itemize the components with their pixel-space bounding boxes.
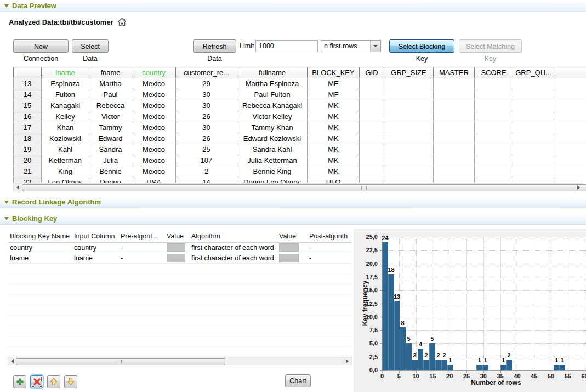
data-cell[interactable]: [554, 89, 586, 100]
data-cell[interactable]: [434, 155, 475, 166]
data-cell[interactable]: [384, 177, 434, 183]
data-cell[interactable]: Khan: [42, 122, 89, 133]
data-cell[interactable]: [434, 177, 475, 183]
data-cell[interactable]: Victor: [89, 111, 132, 122]
row-number-cell[interactable]: 18: [14, 133, 42, 144]
data-cell[interactable]: [384, 133, 434, 144]
data-cell[interactable]: Espinoza: [42, 78, 89, 89]
data-cell[interactable]: [513, 78, 554, 89]
data-cell[interactable]: [554, 177, 586, 183]
blocking-key-name-cell[interactable]: country: [8, 242, 72, 253]
chart-button[interactable]: Chart: [285, 374, 311, 387]
data-cell[interactable]: [360, 100, 384, 111]
blocking-key-row[interactable]: lnamelname-first character of each word-: [8, 253, 352, 263]
data-cell[interactable]: [513, 166, 554, 177]
scroll-left-button[interactable]: [14, 184, 22, 191]
bk-column-header-algorithm[interactable]: Algorithm: [189, 230, 277, 242]
row-number-cell[interactable]: 20: [14, 155, 42, 166]
home-icon[interactable]: [117, 18, 127, 26]
data-cell[interactable]: [475, 111, 513, 122]
data-cell[interactable]: King: [42, 166, 89, 177]
data-cell[interactable]: 29: [176, 78, 237, 89]
table-row[interactable]: 15KanagakiRebeccaMexico30Rebecca Kanagak…: [14, 100, 586, 111]
data-cell[interactable]: [475, 89, 513, 100]
post-algorithm-cell[interactable]: -: [307, 242, 352, 253]
data-cell[interactable]: Paul Fulton: [237, 89, 308, 100]
data-cell[interactable]: 30: [176, 100, 237, 111]
blocking-key-row[interactable]: countrycountry-first character of each w…: [8, 242, 352, 253]
move-down-button[interactable]: [64, 375, 77, 388]
scroll-thumb[interactable]: [16, 358, 225, 365]
pre-value-cell[interactable]: [164, 242, 189, 253]
table-row[interactable]: 18KozlowskiEdwardMexico26Edward Kozlowsk…: [14, 133, 586, 144]
data-cell[interactable]: USA: [132, 177, 176, 183]
column-header-customer_re...[interactable]: customer_re...: [176, 67, 237, 78]
data-cell[interactable]: Julia: [89, 155, 132, 166]
data-cell[interactable]: Mexico: [132, 133, 176, 144]
data-cell[interactable]: 26: [176, 111, 237, 122]
data-cell[interactable]: ME: [308, 78, 360, 89]
table-row[interactable]: 21KingBennieMexico2Bennie KingMK: [14, 166, 586, 177]
data-cell[interactable]: Ketterman: [42, 155, 89, 166]
data-cell[interactable]: Mexico: [132, 89, 176, 100]
section-data-preview[interactable]: Data Preview: [0, 0, 586, 12]
data-cell[interactable]: [475, 122, 513, 133]
table-row[interactable]: 20KettermanJuliaMexico107Julia Ketterman…: [14, 155, 586, 166]
data-cell[interactable]: Mexico: [132, 78, 176, 89]
data-cell[interactable]: [384, 144, 434, 155]
data-cell[interactable]: [360, 111, 384, 122]
data-cell[interactable]: Sandra Kahl: [237, 144, 308, 155]
algorithm-value-cell[interactable]: [277, 253, 307, 263]
hscrollbar-data-table[interactable]: [13, 183, 583, 191]
select-matching-key-button[interactable]: Select Matching Key: [459, 39, 522, 53]
pre-algorithm-cell[interactable]: -: [118, 253, 164, 263]
data-cell[interactable]: [360, 155, 384, 166]
rows-mode-dropdown-button[interactable]: [370, 41, 380, 52]
data-cell[interactable]: [384, 122, 434, 133]
data-cell[interactable]: [434, 89, 475, 100]
data-cell[interactable]: 26: [176, 133, 237, 144]
data-cell[interactable]: [434, 166, 475, 177]
column-header-SCORE[interactable]: SCORE: [475, 67, 513, 78]
data-cell[interactable]: Mexico: [132, 144, 176, 155]
column-header-GID[interactable]: GID: [360, 67, 384, 78]
input-column-cell[interactable]: country: [72, 242, 118, 253]
data-cell[interactable]: [513, 133, 554, 144]
data-cell[interactable]: [513, 122, 554, 133]
section-blocking-key[interactable]: Blocking Key: [0, 213, 586, 225]
data-cell[interactable]: [513, 144, 554, 155]
select-data-button[interactable]: Select Data: [72, 39, 109, 53]
data-cell[interactable]: [554, 133, 586, 144]
row-number-cell[interactable]: 16: [14, 111, 42, 122]
column-header-fullname[interactable]: fullname: [237, 67, 308, 78]
data-cell[interactable]: [434, 100, 475, 111]
column-header-blank[interactable]: [554, 67, 586, 78]
data-cell[interactable]: [475, 177, 513, 183]
data-cell[interactable]: [475, 133, 513, 144]
data-cell[interactable]: [434, 144, 475, 155]
data-cell[interactable]: [384, 155, 434, 166]
data-cell[interactable]: [554, 111, 586, 122]
rows-mode-combo[interactable]: n first rows: [321, 40, 381, 52]
data-cell[interactable]: Victor Kelley: [237, 111, 308, 122]
row-number-cell[interactable]: 13: [14, 78, 42, 89]
data-cell[interactable]: [475, 166, 513, 177]
data-cell[interactable]: [384, 166, 434, 177]
column-header-fname[interactable]: fname: [89, 67, 132, 78]
data-cell[interactable]: [434, 78, 475, 89]
scroll-right-button[interactable]: [343, 357, 351, 365]
data-cell[interactable]: 107: [176, 155, 237, 166]
table-row[interactable]: 13EspinozaMarthaMexico29Martha EspinozaM…: [14, 78, 586, 89]
table-row[interactable]: 16KelleyVictorMexico26Victor KelleyMK: [14, 111, 586, 122]
data-cell[interactable]: [384, 78, 434, 89]
data-cell[interactable]: Mexico: [132, 122, 176, 133]
data-cell[interactable]: MK: [308, 166, 360, 177]
data-cell[interactable]: Dorine Lee Olmos: [237, 177, 308, 183]
data-cell[interactable]: [360, 177, 384, 183]
pre-value-cell[interactable]: [164, 253, 189, 263]
data-cell[interactable]: Kanagaki: [42, 100, 89, 111]
data-cell[interactable]: [554, 166, 586, 177]
row-number-cell[interactable]: 22: [14, 177, 42, 183]
section-record-linkage[interactable]: Record Linkage Algorithm: [0, 196, 586, 208]
data-cell[interactable]: Mexico: [132, 100, 176, 111]
